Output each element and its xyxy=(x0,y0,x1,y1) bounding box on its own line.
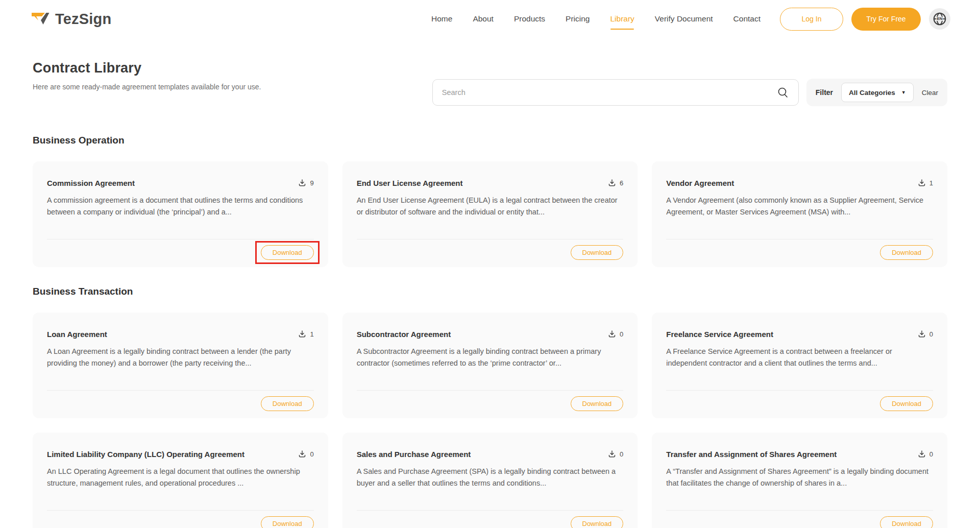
contract-card-llc-operating-agreement: Limited Liability Company (LLC) Operatin… xyxy=(33,433,328,528)
download-icon xyxy=(298,330,306,338)
contract-card-transfer-shares-agreement: Transfer and Assignment of Shares Agreem… xyxy=(652,433,947,528)
download-icon xyxy=(298,179,306,187)
highlight-box: Download xyxy=(255,241,320,264)
nav-item-library[interactable]: Library xyxy=(610,10,634,28)
download-icon xyxy=(608,179,616,187)
contract-description: A Loan Agreement is a legally binding co… xyxy=(47,346,314,370)
contract-card-subcontractor-agreement: Subcontractor Agreement 0 A Subcontracto… xyxy=(342,313,638,418)
download-button[interactable]: Download xyxy=(880,516,933,528)
contract-card-commission-agreement: Commission Agreement 9 A commission agre… xyxy=(33,161,328,267)
contract-description: An End User License Agreement (EULA) is … xyxy=(357,195,624,219)
nav-item-products[interactable]: Products xyxy=(514,10,545,28)
download-icon xyxy=(298,450,306,458)
download-button[interactable]: Download xyxy=(261,516,314,528)
page-header: Contract Library Here are some ready-mad… xyxy=(33,60,947,106)
download-count: 1 xyxy=(298,330,313,338)
nav-item-contact[interactable]: Contact xyxy=(733,10,761,28)
page-title: Contract Library xyxy=(33,60,432,76)
download-button[interactable]: Download xyxy=(571,245,624,260)
contract-description: A Vendor Agreement (also commonly known … xyxy=(666,195,933,219)
main-nav: Home About Products Pricing Library Veri… xyxy=(431,10,761,28)
download-count-value: 0 xyxy=(620,450,623,458)
category-selected-value: All Categories xyxy=(849,89,895,97)
search-icon[interactable] xyxy=(777,86,789,99)
download-icon xyxy=(918,179,926,187)
filter-group: Filter All Categories ▼ Clear xyxy=(806,79,947,106)
brand-name: TezSign xyxy=(55,11,111,28)
download-count-value: 1 xyxy=(310,330,313,338)
contract-card-loan-agreement: Loan Agreement 1 A Loan Agreement is a l… xyxy=(33,313,328,418)
nav-item-home[interactable]: Home xyxy=(431,10,452,28)
language-switcher[interactable]: EN xyxy=(929,8,950,30)
contract-title: Subcontractor Agreement xyxy=(357,330,451,339)
download-count: 6 xyxy=(608,179,623,187)
nav-item-pricing[interactable]: Pricing xyxy=(566,10,590,28)
section-title: Business Operation xyxy=(33,135,947,146)
nav-item-about[interactable]: About xyxy=(473,10,494,28)
contract-description: A commission agreement is a document tha… xyxy=(47,195,314,219)
download-count: 0 xyxy=(918,450,933,458)
download-button[interactable]: Download xyxy=(261,245,314,260)
contract-title: Transfer and Assignment of Shares Agreem… xyxy=(666,450,837,459)
download-count: 0 xyxy=(608,330,623,338)
clear-filter-link[interactable]: Clear xyxy=(922,89,938,97)
contract-title: End User License Agreement xyxy=(357,179,463,187)
contract-description: A Sales and Purchase Agreement (SPA) is … xyxy=(357,466,624,490)
download-count: 0 xyxy=(918,330,933,338)
logo-icon xyxy=(30,9,51,29)
login-button[interactable]: Log In xyxy=(780,8,843,31)
contract-card-vendor-agreement: Vendor Agreement 1 A Vendor Agreement (a… xyxy=(652,161,947,267)
contract-card-freelance-service-agreement: Freelance Service Agreement 0 A Freelanc… xyxy=(652,313,947,418)
section-business-transaction: Business Transaction Loan Agreement 1 A … xyxy=(33,286,947,528)
category-dropdown[interactable]: All Categories ▼ xyxy=(841,83,914,102)
globe-en-icon: EN xyxy=(932,11,947,27)
brand-logo[interactable]: TezSign xyxy=(30,9,111,29)
download-count: 1 xyxy=(918,179,933,187)
svg-text:EN: EN xyxy=(937,16,942,21)
download-count-value: 6 xyxy=(620,179,623,187)
contract-title: Vendor Agreement xyxy=(666,179,734,187)
search-input[interactable] xyxy=(442,88,777,97)
contract-title: Freelance Service Agreement xyxy=(666,330,773,339)
download-icon xyxy=(608,450,616,458)
contract-title: Sales and Purchase Agreement xyxy=(357,450,471,459)
chevron-down-icon: ▼ xyxy=(901,90,906,95)
search-box xyxy=(432,79,799,106)
section-business-operation: Business Operation Commission Agreement … xyxy=(33,135,947,267)
download-count: 9 xyxy=(298,179,313,187)
top-navbar: TezSign Home About Products Pricing Libr… xyxy=(0,0,980,38)
download-count-value: 1 xyxy=(929,179,933,187)
download-count: 0 xyxy=(608,450,623,458)
try-for-free-button[interactable]: Try For Free xyxy=(851,8,921,31)
download-count: 0 xyxy=(298,450,313,458)
download-count-value: 0 xyxy=(929,330,933,338)
filter-label: Filter xyxy=(816,88,833,97)
contract-title: Loan Agreement xyxy=(47,330,107,339)
download-icon xyxy=(918,450,926,458)
contract-card-sales-purchase-agreement: Sales and Purchase Agreement 0 A Sales a… xyxy=(342,433,638,528)
download-button[interactable]: Download xyxy=(880,245,933,260)
page-subtitle: Here are some ready-made agreement templ… xyxy=(33,83,432,91)
download-count-value: 9 xyxy=(310,179,313,187)
contract-card-eula: End User License Agreement 6 An End User… xyxy=(342,161,638,267)
section-title: Business Transaction xyxy=(33,286,947,297)
download-count-value: 0 xyxy=(929,450,933,458)
contract-description: A Freelance Service Agreement is a contr… xyxy=(666,346,933,370)
download-count-value: 0 xyxy=(620,330,623,338)
download-button[interactable]: Download xyxy=(261,396,314,411)
download-button[interactable]: Download xyxy=(571,396,624,411)
download-icon xyxy=(608,330,616,338)
contract-description: A “Transfer and Assignment of Shares Agr… xyxy=(666,466,933,490)
download-count-value: 0 xyxy=(310,450,313,458)
contract-description: A Subcontractor Agreement is a legally b… xyxy=(357,346,624,370)
header-actions: Log In Try For Free EN xyxy=(780,8,950,31)
contract-description: An LLC Operating Agreement is a legal do… xyxy=(47,466,314,490)
download-button[interactable]: Download xyxy=(880,396,933,411)
contract-title: Limited Liability Company (LLC) Operatin… xyxy=(47,450,244,459)
download-button[interactable]: Download xyxy=(571,516,624,528)
nav-item-verify-document[interactable]: Verify Document xyxy=(655,10,713,28)
download-icon xyxy=(918,330,926,338)
contract-title: Commission Agreement xyxy=(47,179,135,187)
